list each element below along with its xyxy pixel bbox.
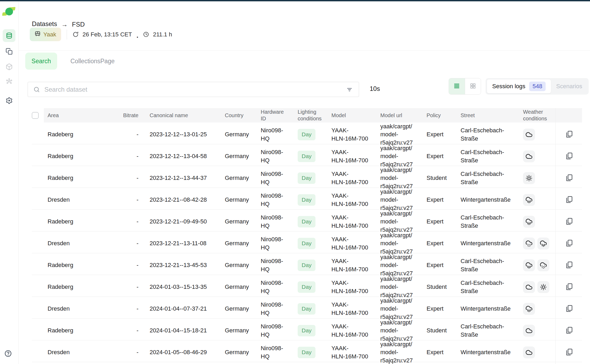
cell-actions	[555, 210, 582, 234]
cell-country: Germany	[223, 275, 259, 299]
tab-collections-page[interactable]: CollectionsPage	[70, 58, 115, 65]
table-row[interactable]: Radeberg - 2023-12-21--13-45-53 Germany …	[32, 253, 582, 275]
cell-street: Carl-Eschebach- Straße	[458, 275, 521, 299]
column-header-policy: Policy	[424, 108, 458, 122]
table-row[interactable]: Dresden - 2023-12-21--08-42-28 Germany N…	[32, 188, 582, 210]
copy-button[interactable]	[563, 194, 575, 206]
cell-model: YAAK- HLN-16M-700	[328, 144, 379, 168]
cell-country: Germany	[223, 340, 259, 364]
cell-hardware-id: Niro098- HQ	[259, 319, 295, 343]
cell-model-url: yaak/cargpt/ model- r5ajq2ru:v27	[379, 319, 424, 343]
table-row[interactable]: Dresden - 2024-01-04--07-37-21 Germany N…	[32, 297, 582, 319]
list-view-button[interactable]	[449, 78, 465, 94]
segment-session-logs[interactable]: Session logs 548	[487, 79, 551, 93]
cell-area: Radeberg	[44, 210, 121, 234]
cell-lighting: Day	[295, 210, 328, 234]
cell-model-url: yaak/cargpt/ model- r5ajq2ru:v27	[379, 253, 424, 277]
app-logo[interactable]	[2, 7, 16, 16]
sidebar-item-datasets[interactable]	[3, 29, 15, 42]
vehicle-badge[interactable]: Yaak	[30, 28, 61, 41]
log-type-switch: Session logs 548 Scenarios	[486, 78, 589, 95]
cell-street: Wintergartenstraße	[458, 340, 521, 364]
cell-canonical-name: 2023-12-21--08-42-28	[145, 188, 223, 212]
cell-street: Wintergartenstraße	[458, 231, 521, 256]
copy-button[interactable]	[563, 260, 575, 271]
segment-scenarios[interactable]: Scenarios	[551, 79, 587, 93]
cell-actions	[555, 188, 582, 212]
view-mode-toggle	[449, 78, 481, 95]
copy-button[interactable]	[563, 325, 575, 337]
cell-street: Carl-Eschebach- Straße	[458, 319, 521, 343]
weather-cell	[521, 319, 555, 343]
cloud-icon	[523, 281, 535, 293]
sidebar-item-collections[interactable]	[3, 45, 15, 58]
table-row[interactable]: Dresden - 2024-01-05--08-46-29 Germany N…	[32, 340, 582, 362]
table-row[interactable]: Radeberg - 2023-12-21--09-49-50 Germany …	[32, 210, 582, 231]
copy-button[interactable]	[563, 347, 575, 358]
search-input[interactable]	[44, 86, 346, 93]
cell-actions	[555, 122, 582, 147]
help-button[interactable]	[4, 350, 12, 358]
cell-model-url: yaak/cargpt/ model- r5ajq2ru:v27	[379, 275, 424, 299]
copy-button[interactable]	[563, 238, 575, 249]
weather-cell	[521, 231, 555, 256]
cell-bitrate: -	[121, 319, 145, 343]
grid-view-button[interactable]	[465, 78, 481, 94]
table-row[interactable]: Radeberg - 2023-12-12--13-44-37 Germany …	[32, 166, 582, 188]
lighting-badge: Day	[298, 303, 315, 315]
cell-hardware-id: Niro098- HQ	[259, 340, 295, 364]
cell-street: Carl-Eschebach- Straße	[458, 253, 521, 277]
table-row[interactable]: Radeberg - 2023-12-12--13-01-25 Germany …	[32, 122, 582, 144]
lighting-badge: Day	[298, 194, 315, 206]
cell-model: YAAK- HLN-16M-700	[328, 188, 379, 212]
row-checkbox-cell	[32, 166, 44, 190]
row-checkbox-cell	[32, 340, 44, 364]
window-top-edge	[0, 0, 590, 1]
refresh-interval[interactable]: 10s	[370, 85, 380, 92]
row-checkbox-cell	[32, 210, 44, 234]
table-row[interactable]: Radeberg - 2023-12-12--13-04-58 Germany …	[32, 144, 582, 166]
copy-button[interactable]	[563, 281, 575, 293]
weather-cell	[521, 144, 555, 168]
cell-policy: Expert	[424, 340, 458, 364]
cell-street: Carl-Eschebach- Straße	[458, 122, 521, 147]
filter-icon[interactable]	[346, 86, 353, 93]
cell-policy: Student	[424, 275, 458, 299]
copy-button[interactable]	[563, 129, 575, 141]
weather-cell	[521, 122, 555, 147]
logo-disc	[5, 8, 13, 15]
sidebar-item-network[interactable]	[3, 75, 15, 88]
cell-area: Radeberg	[44, 122, 121, 147]
table-row[interactable]: Dresden - 2023-12-21--13-11-08 Germany N…	[32, 231, 582, 253]
cell-policy: Expert	[424, 253, 458, 277]
cell-bitrate: -	[121, 297, 145, 321]
list-icon	[453, 83, 460, 90]
cell-canonical-name: 2023-12-12--13-04-58	[145, 144, 223, 168]
copy-button[interactable]	[563, 172, 575, 184]
cell-country: Germany	[223, 144, 259, 168]
stack-icon	[6, 48, 13, 55]
cell-model: YAAK- HLN-16M-700	[328, 253, 379, 277]
copy-button[interactable]	[563, 216, 575, 228]
table-row[interactable]: Radeberg - 2024-01-04--15-18-21 Germany …	[32, 319, 582, 340]
table-row[interactable]: Radeberg - 2024-01-03--15-13-35 Germany …	[32, 275, 582, 297]
row-checkbox-cell	[32, 188, 44, 212]
cell-canonical-name: 2024-01-04--15-18-21	[145, 319, 223, 343]
cell-country: Germany	[223, 210, 259, 234]
cell-country: Germany	[223, 319, 259, 343]
cell-canonical-name: 2024-01-03--15-13-35	[145, 275, 223, 299]
cell-model: YAAK- HLN-16M-700	[328, 319, 379, 343]
cell-policy: Student	[424, 166, 458, 190]
car-icon	[35, 31, 41, 38]
cell-area: Radeberg	[44, 275, 121, 299]
sidebar-item-packages[interactable]	[3, 60, 15, 73]
tab-search[interactable]: Search	[25, 53, 57, 70]
sidebar-item-settings[interactable]	[3, 94, 15, 107]
copy-icon	[565, 130, 573, 139]
copy-button[interactable]	[563, 303, 575, 315]
cell-hardware-id: Niro098- HQ	[259, 297, 295, 321]
breadcrumb-current: FSD	[72, 21, 85, 28]
cell-model-url: yaak/cargpt/ model- r5ajq2ru:v27	[379, 297, 424, 321]
copy-button[interactable]	[563, 151, 575, 162]
select-all-checkbox[interactable]	[32, 112, 39, 119]
